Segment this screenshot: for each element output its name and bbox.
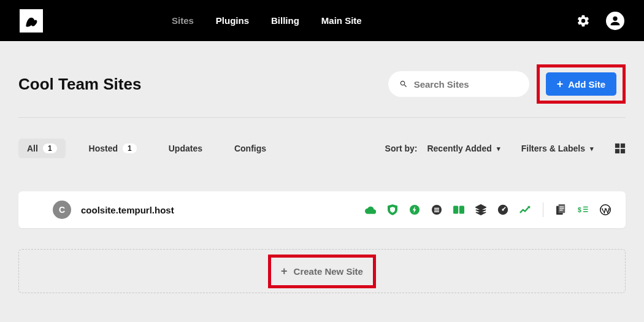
- sort-by-label: Sort by:: [385, 144, 418, 153]
- site-avatar: C: [53, 201, 71, 219]
- svg-rect-15: [559, 207, 564, 207]
- nav-main-site[interactable]: Main Site: [321, 15, 362, 26]
- svg-rect-16: [559, 208, 564, 209]
- svg-text:$: $: [578, 206, 581, 213]
- svg-rect-19: [583, 207, 588, 208]
- search-input[interactable]: [414, 79, 518, 90]
- svg-rect-10: [459, 205, 464, 213]
- heart-icon[interactable]: [475, 204, 486, 215]
- tab-configs-label: Configs: [234, 144, 266, 153]
- svg-rect-20: [583, 209, 588, 210]
- list-toolbar: All 1 Hosted 1 Updates Configs Sort by: …: [18, 139, 626, 158]
- brand-logo[interactable]: [20, 9, 43, 33]
- create-site-label: Create New Site: [294, 266, 363, 277]
- filters-label: Filters & Labels: [521, 144, 585, 153]
- nav-sites[interactable]: Sites: [172, 15, 194, 26]
- page-header: Cool Team Sites + Add Site: [18, 64, 626, 104]
- site-row[interactable]: C coolsite.tempurl.host $: [18, 191, 626, 228]
- svg-rect-0: [615, 144, 619, 148]
- plus-icon: +: [557, 78, 564, 91]
- sort-value: Recently Added: [427, 144, 491, 153]
- search-box[interactable]: [388, 71, 529, 97]
- search-icon: [399, 79, 408, 89]
- svg-rect-3: [621, 149, 625, 153]
- grid-view-toggle[interactable]: [615, 143, 626, 154]
- svg-rect-6: [434, 208, 439, 209]
- sort-select[interactable]: Recently Added ▾: [427, 144, 500, 153]
- cloud-icon[interactable]: [365, 204, 376, 215]
- shield-icon[interactable]: [387, 204, 398, 215]
- add-site-highlight: + Add Site: [537, 64, 626, 104]
- svg-rect-21: [583, 211, 588, 212]
- tab-hosted-label: Hosted: [89, 144, 118, 153]
- tab-all-count: 1: [43, 144, 57, 153]
- gear-icon[interactable]: [577, 14, 590, 28]
- top-nav-bar: Sites Plugins Billing Main Site: [0, 0, 644, 41]
- money-list-icon[interactable]: $: [578, 204, 589, 215]
- vertical-divider: [543, 202, 543, 217]
- wordpress-icon[interactable]: [600, 204, 611, 215]
- chevron-down-icon: ▾: [497, 145, 500, 153]
- add-site-label: Add Site: [568, 79, 605, 90]
- svg-rect-1: [621, 144, 625, 148]
- nav-plugins[interactable]: Plugins: [216, 15, 249, 26]
- site-name: coolsite.tempurl.host: [81, 205, 174, 215]
- copy-icon[interactable]: [556, 204, 567, 215]
- tab-updates-label: Updates: [169, 144, 202, 153]
- svg-rect-17: [559, 210, 562, 210]
- add-site-button[interactable]: + Add Site: [546, 72, 616, 96]
- trend-icon[interactable]: [519, 204, 531, 215]
- svg-rect-8: [434, 211, 439, 212]
- page-title: Cool Team Sites: [18, 75, 141, 94]
- tab-hosted[interactable]: Hosted 1: [80, 139, 145, 158]
- tab-all[interactable]: All 1: [18, 139, 66, 158]
- chevron-down-icon: ▾: [590, 145, 594, 153]
- header-divider: [18, 117, 626, 118]
- site-feature-icons: $: [365, 202, 611, 217]
- tab-all-label: All: [27, 144, 38, 153]
- primary-nav: Sites Plugins Billing Main Site: [172, 15, 362, 26]
- nav-billing[interactable]: Billing: [271, 15, 299, 26]
- cards-icon[interactable]: [453, 204, 464, 215]
- bolt-icon[interactable]: [409, 204, 420, 215]
- plus-icon: +: [281, 265, 288, 278]
- create-site-highlight: + Create New Site: [268, 255, 376, 288]
- tab-updates[interactable]: Updates: [160, 139, 211, 158]
- svg-point-12: [502, 209, 504, 210]
- gauge-icon[interactable]: [497, 204, 508, 215]
- create-site-card[interactable]: + Create New Site: [18, 249, 626, 293]
- svg-rect-9: [453, 205, 458, 213]
- filters-select[interactable]: Filters & Labels ▾: [521, 144, 594, 153]
- create-site-button[interactable]: + Create New Site: [281, 265, 363, 278]
- tab-hosted-count: 1: [123, 144, 137, 153]
- user-avatar[interactable]: [606, 12, 624, 30]
- tab-configs[interactable]: Configs: [226, 139, 275, 158]
- svg-rect-7: [434, 210, 439, 211]
- svg-rect-2: [615, 149, 619, 153]
- menu-icon[interactable]: [431, 204, 442, 215]
